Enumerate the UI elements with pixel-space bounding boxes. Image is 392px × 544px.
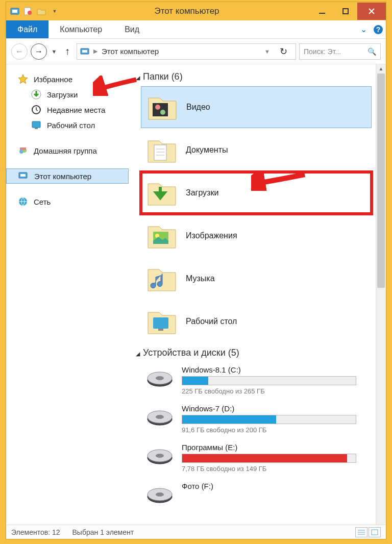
drive-icon	[145, 443, 175, 466]
sidebar-favorites-header[interactable]: Избранное	[6, 71, 129, 87]
drive-free-text: 91,6 ГБ свободно из 200 ГБ	[182, 426, 356, 434]
drive-name: Фото (F:)	[182, 482, 356, 490]
sidebar-this-pc[interactable]: Этот компьютер	[6, 168, 129, 184]
folder-label: Рабочий стол	[186, 317, 237, 326]
svg-point-21	[160, 110, 165, 115]
breadcrumb[interactable]: Этот компьютер	[102, 47, 159, 56]
svg-point-41	[156, 492, 164, 497]
svg-rect-12	[32, 121, 40, 128]
nav-up-button[interactable]: ↑	[61, 45, 74, 57]
section-header-drives[interactable]: ◢Устройства и диски (5)	[136, 348, 386, 358]
svg-rect-5	[343, 9, 348, 14]
titlebar: ▼ Этот компьютер	[6, 2, 386, 20]
desktop-icon	[31, 119, 42, 131]
collapse-icon: ◢	[136, 75, 140, 81]
explorer-window: ▼ Этот компьютер Файл Компьютер Вид ⌄ ? …	[6, 2, 386, 539]
svg-rect-9	[82, 50, 87, 53]
sidebar-favorites-label: Избранное	[34, 75, 72, 84]
sidebar-item-label: Рабочий стол	[47, 121, 95, 130]
folder-desktop-icon	[145, 305, 178, 338]
nav-forward-button[interactable]: →	[31, 43, 47, 60]
sidebar: Избранное Загрузки Недавние места Рабочи…	[6, 64, 129, 538]
view-details-button[interactable]	[355, 527, 368, 537]
drive-icon	[145, 365, 175, 389]
clock-icon	[31, 104, 42, 115]
svg-rect-19	[153, 103, 168, 116]
chevron-right-icon: ▶	[93, 48, 97, 55]
collapse-icon: ◢	[136, 351, 140, 357]
scrollbar[interactable]: ▲ ▼	[376, 64, 386, 538]
sidebar-homegroup[interactable]: Домашняя группа	[6, 143, 129, 158]
sidebar-item-label: Загрузки	[47, 90, 78, 99]
ribbon-tab-computer[interactable]: Компьютер	[48, 20, 113, 38]
folder-item-pictures[interactable]: Изображения	[141, 215, 372, 257]
ribbon-tab-view[interactable]: Вид	[113, 20, 151, 38]
drive-name: Программы (E:)	[182, 443, 356, 452]
drive-usage-bar	[182, 415, 356, 424]
computer-icon	[18, 170, 29, 182]
sidebar-homegroup-label: Домашняя группа	[34, 146, 97, 155]
svg-rect-45	[372, 530, 378, 535]
folder-documents-icon	[145, 134, 178, 166]
folder-label: Изображения	[186, 231, 237, 240]
folder-label: Документы	[186, 145, 228, 155]
view-largeicons-button[interactable]	[369, 527, 381, 537]
statusbar: Элементов: 12 Выбран 1 элемент	[6, 525, 386, 539]
sidebar-network[interactable]: Сеть	[6, 194, 129, 209]
folder-label: Загрузки	[186, 188, 218, 197]
sidebar-item-desktop[interactable]: Рабочий стол	[6, 117, 129, 133]
navbar: ← → ▼ ↑ ▶ Этот компьютер ▼ ↻ Поиск: Эт..…	[6, 39, 386, 64]
drive-icon	[145, 404, 175, 428]
help-icon[interactable]: ?	[371, 20, 386, 38]
search-placeholder: Поиск: Эт...	[304, 47, 364, 56]
folder-music-icon	[145, 262, 178, 295]
sidebar-item-recent[interactable]: Недавние места	[6, 102, 129, 117]
folder-item-desktop[interactable]: Рабочий стол	[141, 301, 372, 342]
section-header-folders[interactable]: ◢Папки (6)	[136, 71, 386, 82]
folder-item-video[interactable]: Видео	[141, 86, 372, 128]
search-icon: 🔍	[368, 47, 376, 56]
drive-name: Windows-7 (D:)	[182, 404, 356, 413]
minimize-button[interactable]	[310, 3, 334, 20]
svg-point-3	[28, 11, 32, 15]
drive-usage-bar	[182, 454, 356, 463]
drive-item[interactable]: Windows-8.1 (C:) 225 ГБ свободно из 265 …	[141, 362, 372, 398]
drive-item[interactable]: Windows-7 (D:) 91,6 ГБ свободно из 200 Г…	[141, 401, 372, 437]
window-title: Этот компьютер	[63, 6, 310, 16]
svg-point-35	[156, 415, 164, 419]
address-dropdown-icon[interactable]: ▼	[264, 48, 270, 55]
ribbon-expand-icon[interactable]: ⌄	[356, 20, 371, 38]
maximize-button[interactable]	[334, 3, 357, 20]
sidebar-item-downloads[interactable]: Загрузки	[6, 87, 129, 102]
folder-video-icon	[145, 91, 178, 123]
nav-history-dropdown[interactable]: ▼	[50, 48, 58, 55]
scrollbar-thumb[interactable]	[377, 73, 385, 288]
drive-item[interactable]: Фото (F:)	[141, 479, 372, 508]
close-button[interactable]	[357, 3, 386, 20]
folder-item-music[interactable]: Музыка	[141, 258, 372, 300]
scroll-up-icon[interactable]: ▲	[376, 64, 386, 73]
qat-dropdown-icon[interactable]: ▼	[49, 6, 60, 17]
qat-properties-icon[interactable]	[22, 6, 34, 17]
nav-back-button[interactable]: ←	[11, 43, 28, 60]
content-pane: ◢Папки (6) Видео Документы Загрузки Изоб…	[129, 64, 386, 538]
refresh-button[interactable]: ↻	[274, 46, 292, 57]
folder-label: Музыка	[186, 274, 215, 283]
drive-item[interactable]: Программы (E:) 7,78 ГБ свободно из 149 Г…	[141, 440, 372, 476]
folder-item-downloads[interactable]: Загрузки	[141, 172, 372, 214]
folder-item-documents[interactable]: Документы	[141, 129, 372, 171]
svg-point-20	[155, 105, 160, 110]
svg-rect-4	[319, 13, 325, 14]
search-input[interactable]: Поиск: Эт... 🔍	[299, 43, 381, 60]
drive-free-text: 225 ГБ свободно из 265 ГБ	[182, 387, 356, 395]
ribbon-tab-file[interactable]: Файл	[6, 20, 48, 38]
svg-rect-13	[35, 128, 38, 129]
computer-icon	[80, 47, 89, 56]
svg-rect-17	[20, 174, 26, 177]
ribbon-tabs: Файл Компьютер Вид ⌄ ?	[6, 20, 386, 39]
address-bar[interactable]: ▶ Этот компьютер ▼ ↻	[77, 43, 296, 60]
network-icon	[17, 196, 29, 207]
drive-icon	[145, 482, 175, 505]
status-selection: Выбран 1 элемент	[72, 528, 134, 536]
qat-new-folder-icon[interactable]	[36, 6, 47, 17]
